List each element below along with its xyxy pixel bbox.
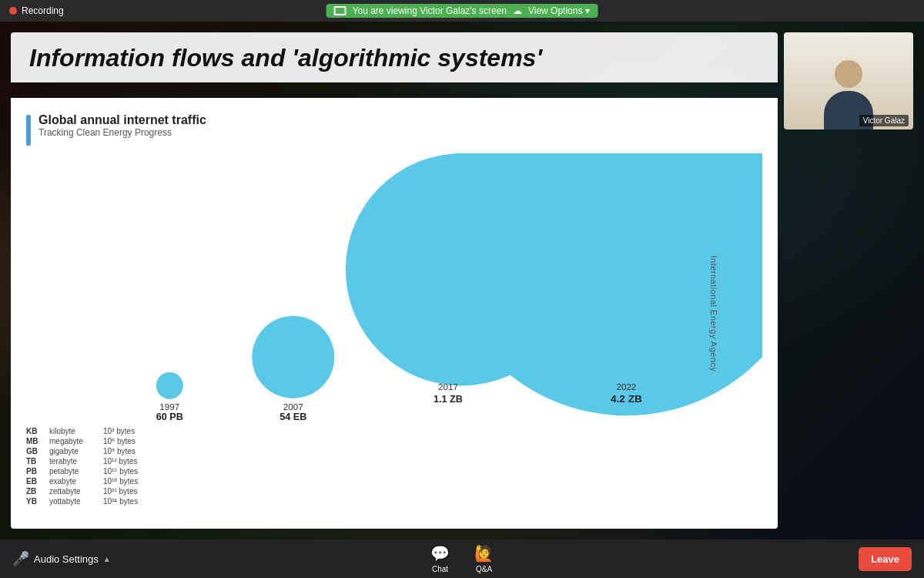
chevron-down-icon: ▾ [585,5,590,16]
value-1997: 60 PB [156,412,183,422]
recording-label: Recording [22,5,64,16]
toolbar-center: 💬 Chat 🙋 Q&A [430,544,494,573]
qa-label: Q&A [476,565,492,573]
view-options-button[interactable]: View Options ▾ [528,5,590,16]
bottom-toolbar: 🎤 Audio Settings ▲ 💬 Chat 🙋 Q&A Leave [0,539,924,578]
chat-button[interactable]: 💬 Chat [430,544,450,573]
legend-yb-value: 10²⁴ bytes [103,497,138,506]
legend-pb-value: 10¹⁵ bytes [103,467,138,476]
chevron-up-icon: ▲ [103,555,111,563]
legend-gb-value: 10⁹ bytes [103,447,138,455]
value-2007: 54 EB [280,412,306,422]
legend-tb-name: terabyte [49,457,103,465]
screen-share-notice: You are viewing Victor Galaz's screen ☁ … [326,4,598,18]
audio-settings-label: Audio Settings [34,553,99,565]
slide-container: Information flows and 'algorithmic syste… [11,32,778,529]
chat-label: Chat [432,565,448,573]
legend-yb-abbr: YB [26,497,49,506]
leave-button[interactable]: Leave [859,547,912,571]
slide-title-banner: Information flows and 'algorithmic syste… [11,32,778,82]
legend-eb-abbr: EB [26,477,49,486]
chart-title-group: Global annual internet traffic Tracking … [38,113,206,138]
legend-kb-value: 10³ bytes [103,427,138,435]
bubble-2007 [252,316,334,398]
chart-main-title: Global annual internet traffic [38,113,206,127]
legend-tb-abbr: TB [26,457,49,465]
legend-zb-value: 10²¹ bytes [103,487,138,496]
legend-pb-name: petabyte [49,467,103,476]
audio-settings-control[interactable]: 🎤 Audio Settings ▲ [12,550,111,567]
microphone-icon: 🎤 [12,550,29,567]
chart-bar-indicator [26,115,31,146]
speaker-head [835,60,862,88]
speaker-video: Victor Galaz [784,32,913,129]
vertical-label: International Energy Agency [708,255,718,371]
year-1997: 1997 [159,402,179,412]
legend-kb-name: kilobyte [49,427,103,435]
chart-header: Global annual internet traffic Tracking … [26,113,762,146]
legend-mb-value: 10⁶ bytes [103,437,138,445]
chat-icon: 💬 [430,544,450,563]
recording-indicator: Recording [9,5,64,16]
legend-zb-name: zettabyte [49,487,103,496]
qa-icon: 🙋 [474,544,494,563]
bubble-1997 [156,372,183,399]
legend-kb-abbr: KB [26,427,49,435]
main-area: Information flows and 'algorithmic syste… [0,22,924,539]
speaker-name-tag: Victor Galaz [859,115,909,126]
legend-mb-name: megabyte [49,437,103,445]
screen-share-text: You are viewing Victor Galaz's screen [353,5,507,16]
year-2017: 2017 [438,381,458,391]
bubble-chart: 1997 60 PB 2007 54 EB 2017 1.1 ZB 2022 [26,153,762,423]
cloud-icon: ☁ [513,5,522,16]
legend-gb-abbr: GB [26,447,49,455]
top-bar: Recording You are viewing Victor Galaz's… [0,0,924,22]
recording-dot [9,7,17,15]
legend-yb-name: yottabyte [49,497,103,506]
chart-subtitle: Tracking Clean Energy Progress [38,127,206,138]
legend-pb-abbr: PB [26,467,49,476]
legend-eb-name: exabyte [49,477,103,486]
chart-legend: KB kilobyte 10³ bytes MB megabyte 10⁶ by… [26,427,138,506]
presentation-background: Information flows and 'algorithmic syste… [0,22,924,539]
qa-button[interactable]: 🙋 Q&A [474,544,494,573]
value-2017: 1.1 ZB [434,394,463,405]
legend-eb-value: 10¹⁸ bytes [103,477,138,486]
legend-tb-value: 10¹² bytes [103,457,138,465]
slide-title: Information flows and 'algorithmic syste… [29,45,759,72]
slide-chart-area: Global annual internet traffic Tracking … [11,98,778,529]
legend-zb-abbr: ZB [26,487,49,496]
legend-mb-abbr: MB [26,437,49,445]
year-2007: 2007 [283,402,303,412]
year-2022: 2022 [616,381,636,391]
legend-gb-name: gigabyte [49,447,103,455]
value-2022: 4.2 ZB [611,393,642,405]
screen-share-icon [334,6,346,15]
